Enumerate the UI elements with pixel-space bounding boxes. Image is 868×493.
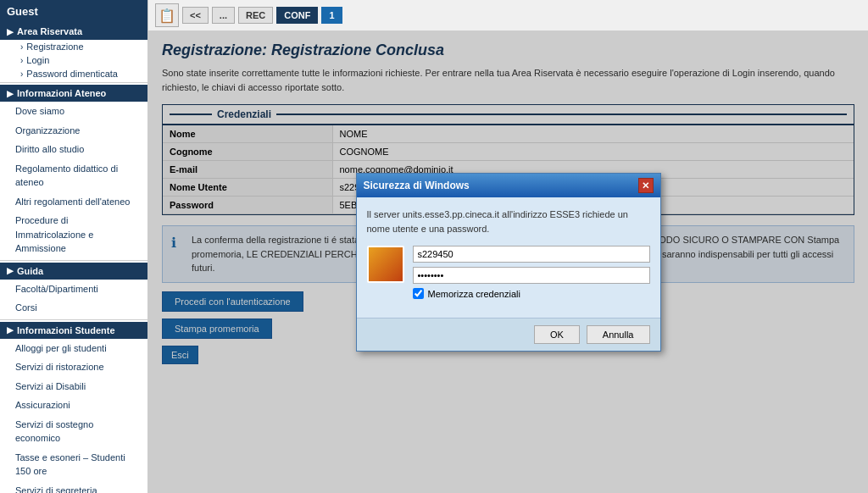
sidebar-item-facolta[interactable]: Facoltà/Dipartimenti xyxy=(0,280,147,299)
sidebar: Guest ▶ Area Riservata ›Registrazione ›L… xyxy=(0,0,148,493)
sidebar-item-regolamento[interactable]: Regolamento didattico di ateneo xyxy=(0,159,147,192)
user-avatar xyxy=(367,246,404,283)
arrow-icon: ▶ xyxy=(7,89,14,98)
sidebar-item-tasse[interactable]: Tasse e esoneri – Studenti 150 ore xyxy=(0,448,147,481)
sidebar-item-dove-siamo[interactable]: Dove siamo xyxy=(0,102,147,121)
dialog-input-fields: Memorizza credenziali xyxy=(413,246,650,299)
page-content: Registrazione: Registrazione Conclusa So… xyxy=(148,31,868,493)
remember-label: Memorizza credenziali xyxy=(428,289,520,299)
sidebar-item-diritto-studio[interactable]: Diritto allo studio xyxy=(0,140,147,159)
sidebar-item-segreteria[interactable]: Servizi di segreteria xyxy=(0,481,147,494)
sidebar-section-area-riservata[interactable]: ▶ Area Riservata xyxy=(0,23,147,40)
sidebar-item-organizzazione[interactable]: Organizzazione xyxy=(0,121,147,141)
nav-conf-button[interactable]: CONF xyxy=(276,7,318,24)
sidebar-item-disabili[interactable]: Servizi ai Disabili xyxy=(0,377,147,396)
remember-checkbox[interactable] xyxy=(413,288,424,299)
sidebar-item-procedure[interactable]: Procedure di Immatricolazione e Ammissio… xyxy=(0,211,147,258)
document-icon: 📋 xyxy=(155,3,179,27)
dialog-title: Sicurezza di Windows xyxy=(364,180,470,191)
arrow-icon: ▶ xyxy=(7,325,14,335)
dialog-credentials-area: Memorizza credenziali xyxy=(367,246,650,299)
dialog-close-button[interactable]: ✕ xyxy=(638,178,654,193)
sidebar-guest-label: Guest xyxy=(0,0,147,23)
dialog-overlay: Sicurezza di Windows ✕ Il server units.e… xyxy=(148,31,868,493)
sidebar-section-informazioni-ateneo[interactable]: ▶ Informazioni Ateneo xyxy=(0,85,147,102)
sidebar-item-assicurazioni[interactable]: Assicurazioni xyxy=(0,396,147,415)
arrow-icon: ▶ xyxy=(7,27,14,36)
dialog-footer: OK Annulla xyxy=(357,318,660,351)
main-content: 📋 << ... REC CONF 1 Registrazione: Regis… xyxy=(148,0,868,493)
sidebar-item-registrazione[interactable]: ›Registrazione xyxy=(0,40,147,53)
nav-num-button[interactable]: 1 xyxy=(321,7,342,24)
sidebar-item-alloggi[interactable]: Alloggi per gli studenti xyxy=(0,339,147,358)
sidebar-section-informazioni-studente[interactable]: ▶ Informazioni Studente xyxy=(0,322,147,339)
sidebar-item-sostegno[interactable]: Servizi di sostegno economico xyxy=(0,415,147,448)
sidebar-item-ristorazione[interactable]: Servizi di ristorazione xyxy=(0,357,147,377)
dialog-ok-button[interactable]: OK xyxy=(534,325,580,344)
dialog-titlebar: Sicurezza di Windows ✕ xyxy=(357,174,660,197)
dialog-message: Il server units.esse3.pp.cineca.it all'i… xyxy=(367,208,650,235)
dialog-cancel-button[interactable]: Annulla xyxy=(587,325,650,344)
top-navigation: 📋 << ... REC CONF 1 xyxy=(148,0,868,31)
dialog-username-input[interactable] xyxy=(413,246,650,263)
nav-prev-prev-button[interactable]: << xyxy=(182,7,209,24)
sidebar-item-altri-regolamenti[interactable]: Altri regolamenti dell'ateneo xyxy=(0,192,147,212)
nav-rec-button[interactable]: REC xyxy=(238,7,273,24)
dialog-password-input[interactable] xyxy=(413,267,650,284)
dialog-body: Il server units.esse3.pp.cineca.it all'i… xyxy=(357,197,660,318)
sidebar-section-guida[interactable]: ▶ Guida xyxy=(0,263,147,280)
sidebar-item-password-dimenticata[interactable]: ›Password dimenticata xyxy=(0,67,147,80)
remember-credentials-row: Memorizza credenziali xyxy=(413,288,650,299)
arrow-icon: ▶ xyxy=(7,266,14,275)
sidebar-item-login[interactable]: ›Login xyxy=(0,53,147,67)
security-dialog: Sicurezza di Windows ✕ Il server units.e… xyxy=(356,173,661,352)
nav-prev-button[interactable]: ... xyxy=(212,7,235,24)
sidebar-item-corsi[interactable]: Corsi xyxy=(0,298,147,318)
